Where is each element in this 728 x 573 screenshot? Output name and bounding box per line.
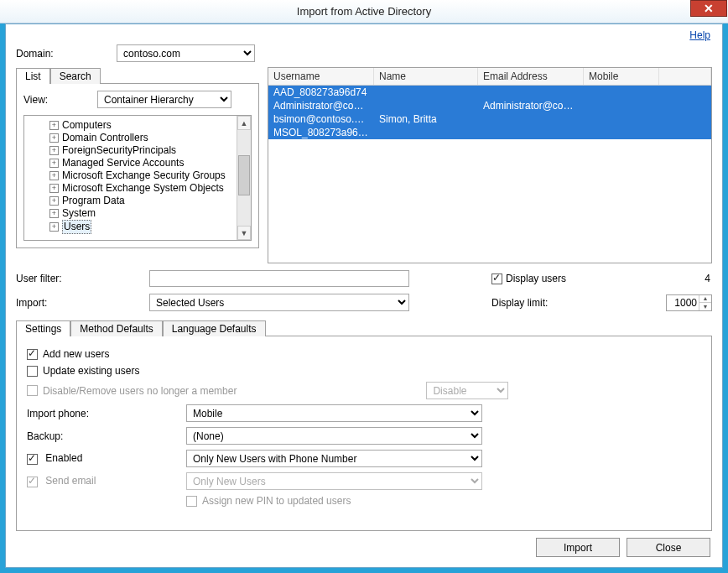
disable-remove-check: Disable/Remove users no longer a member … [27,382,701,399]
checkbox-icon[interactable] [27,454,38,465]
tree-node-selected[interactable]: +Users [28,220,235,234]
grid-header: Username Name Email Address Mobile [268,68,711,86]
scroll-thumb[interactable] [238,155,250,195]
userfilter-label: User filter: [16,273,138,284]
checkbox-icon [27,477,38,487]
close-button[interactable]: Close [627,538,710,557]
import-label: Import: [16,297,138,309]
tab-language-defaults[interactable]: Language Defaults [163,320,266,336]
import-phone-label: Import phone: [27,408,186,419]
display-users-check[interactable]: Display users [491,273,566,284]
scroll-down-icon[interactable]: ▼ [237,226,251,240]
send-email-select: Only New Users [186,472,482,490]
display-limit-spinner[interactable]: ▲▼ [666,294,712,311]
display-limit-input[interactable] [667,295,699,310]
tree-node[interactable]: +Domain Controllers [28,132,235,144]
expand-icon[interactable]: + [49,133,59,143]
import-select[interactable]: Selected Users [149,294,409,311]
expand-icon[interactable]: + [49,171,59,180]
col-mobile[interactable]: Mobile [584,68,659,85]
grid-row[interactable]: bsimon@contoso.com Simon, Britta [268,112,711,126]
checkbox-icon[interactable] [27,349,38,360]
window-body: Help Domain: contoso.com List Search Vie… [5,23,723,568]
tree-node[interactable]: +Microsoft Exchange Security Groups [28,169,235,182]
tree-scrollbar[interactable]: ▲ ▼ [237,116,251,240]
view-label: View: [23,94,97,106]
enabled-select[interactable]: Only New Users with Phone Number [186,450,482,467]
users-grid: Username Name Email Address Mobile AAD_8… [268,67,712,263]
checkbox-icon [186,496,197,507]
col-name[interactable]: Name [374,68,478,85]
add-new-users-check[interactable]: Add new users [27,348,701,360]
domain-select[interactable]: contoso.com [117,44,255,62]
tree-node[interactable]: +Computers [28,119,235,132]
tree-container: +Computers +Domain Controllers +ForeignS… [23,115,252,241]
col-username[interactable]: Username [268,68,374,85]
window-title: Import from Active Directory [0,5,728,18]
left-tabs: List Search [16,67,259,83]
expand-icon[interactable]: + [49,146,59,155]
tree-node[interactable]: +System [28,207,235,220]
update-existing-check[interactable]: Update existing users [27,365,701,377]
expand-icon[interactable]: + [49,209,59,218]
send-email-check: Send email [27,475,186,487]
help-link[interactable]: Help [689,29,710,41]
assign-pin-label: Assign new PIN to updated users [202,495,351,507]
grid-row[interactable]: MSOL_808273a96d74 [268,126,711,139]
grid-body[interactable]: AAD_808273a96d74 Administrator@contos...… [268,86,711,263]
import-button[interactable]: Import [536,538,620,557]
expand-icon[interactable]: + [49,121,59,130]
tab-method-defaults[interactable]: Method Defaults [70,320,162,336]
tree-node[interactable]: +Program Data [28,195,235,207]
enabled-check[interactable]: Enabled [27,452,186,464]
expand-icon[interactable]: + [49,222,59,232]
grid-row[interactable]: AAD_808273a96d74 [268,86,711,99]
domain-label: Domain: [16,48,117,60]
userfilter-input[interactable] [149,270,409,287]
settings-panel: Add new users Update existing users Disa… [16,336,712,531]
spin-up-icon[interactable]: ▲ [699,295,711,303]
view-select[interactable]: Container Hierarchy [97,91,231,108]
checkbox-icon[interactable] [27,366,38,377]
backup-label: Backup: [27,430,186,442]
scroll-up-icon[interactable]: ▲ [237,116,251,130]
title-bar: Import from Active Directory ✕ [0,0,728,23]
checkbox-icon [27,385,38,396]
tab-settings[interactable]: Settings [16,320,70,336]
row-count: 4 [705,273,712,284]
list-tab-body: View: Container Hierarchy +Computers +Do… [16,83,259,248]
tab-search[interactable]: Search [50,68,101,84]
display-limit-label: Display limit: [491,297,622,309]
expand-icon[interactable]: + [49,184,59,193]
expand-icon[interactable]: + [49,196,59,206]
tab-list[interactable]: List [16,68,50,84]
spin-down-icon[interactable]: ▼ [699,302,711,310]
col-email[interactable]: Email Address [478,68,584,85]
tree-node[interactable]: +ForeignSecurityPrincipals [28,144,235,157]
backup-select[interactable]: (None) [186,427,482,445]
container-tree[interactable]: +Computers +Domain Controllers +ForeignS… [24,116,237,240]
settings-tabs: Settings Method Defaults Language Defaul… [16,320,712,336]
tree-node[interactable]: +Managed Service Accounts [28,157,235,169]
grid-row[interactable]: Administrator@contos... Administrator@co… [268,99,711,112]
disable-action-select: Disable [426,382,508,399]
close-icon[interactable]: ✕ [690,0,727,17]
expand-icon[interactable]: + [49,159,59,168]
footer-buttons: Import Close [536,538,710,557]
tree-node[interactable]: +Microsoft Exchange System Objects [28,182,235,195]
checkbox-icon[interactable] [491,273,502,284]
col-spacer [659,68,711,85]
import-phone-select[interactable]: Mobile [186,404,482,422]
